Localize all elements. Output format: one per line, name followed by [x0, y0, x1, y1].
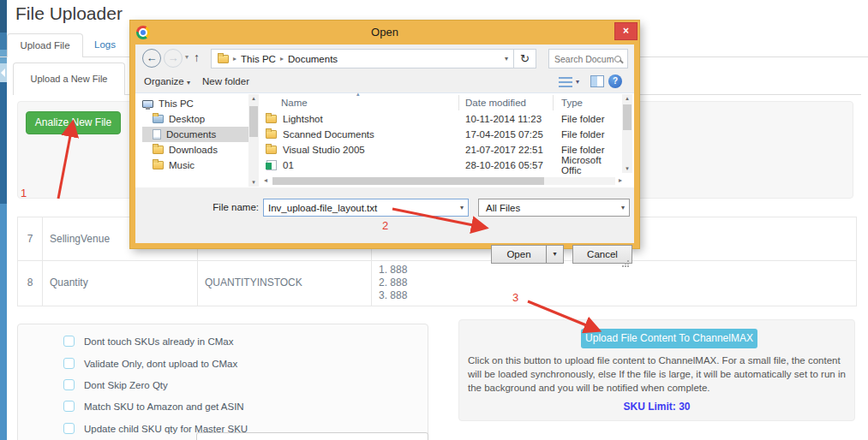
checkbox-label[interactable]: Validate Only, dont upload to CMax	[84, 359, 237, 369]
open-dialog: Open × ← → ▾ ↑ ▸ This PC ▸ Documents ▾ ↻	[130, 21, 639, 248]
refresh-button[interactable]: ↻	[513, 49, 536, 68]
scrollbar-thumb[interactable]	[623, 104, 632, 130]
sample-value: 3. 888	[379, 289, 849, 302]
open-dropdown-icon[interactable]: ▾	[547, 246, 563, 263]
list-vertical-scrollbar[interactable]: ▴ ▾	[622, 94, 632, 173]
tree-item-music[interactable]: Music	[142, 158, 259, 173]
strip-seg	[0, 204, 7, 440]
address-bar[interactable]: ▸ This PC ▸ Documents ▾	[211, 49, 514, 68]
scroll-up-icon[interactable]: ▴	[622, 94, 632, 103]
step-label-3: 3	[512, 291, 518, 304]
search-input[interactable]	[554, 54, 614, 64]
breadcrumb-documents[interactable]: Documents	[288, 54, 338, 64]
scroll-left-icon[interactable]: ◂	[264, 176, 267, 184]
tree-item-documents[interactable]: Documents	[142, 127, 259, 142]
address-dropdown-icon[interactable]: ▾	[505, 55, 508, 62]
file-name-combo[interactable]: ▾	[263, 199, 469, 217]
horizontal-scroll-thumb[interactable]	[272, 177, 544, 185]
office-file-icon	[266, 160, 277, 170]
checkbox-dont-touch-skus[interactable]	[63, 336, 75, 347]
upload-file-content-button[interactable]: Upload File Content To ChannelMAX	[581, 329, 757, 348]
forward-button[interactable]: →	[164, 49, 183, 68]
file-type: File folder	[561, 129, 605, 140]
documents-icon	[153, 129, 161, 140]
tab-logs[interactable]: Logs	[94, 39, 116, 50]
column-divider[interactable]	[458, 95, 459, 110]
resize-grip[interactable]	[627, 260, 629, 262]
file-row-lightshot[interactable]: Lightshot 10-11-2014 11:23 File folder	[264, 111, 622, 127]
checkbox-match-sku-asin[interactable]	[63, 401, 75, 412]
close-button[interactable]: ×	[614, 22, 638, 40]
checkbox-update-child-sku[interactable]	[63, 423, 75, 434]
step-label-2: 2	[382, 219, 388, 232]
checkbox-row[interactable]: Match SKU to Amazon and get ASIN	[63, 401, 244, 412]
chevron-down-icon: ▾	[187, 79, 190, 86]
bottom-text-input[interactable]	[196, 432, 428, 440]
breadcrumb-separator-icon: ▸	[233, 55, 236, 62]
change-view-icon[interactable]	[559, 77, 572, 87]
organize-menu[interactable]: Organize ▾	[144, 76, 190, 86]
file-row-scanned-documents[interactable]: Scanned Documents 17-04-2015 07:25 File …	[264, 127, 622, 142]
downloads-icon	[153, 146, 164, 154]
checkbox-validate-only[interactable]	[63, 358, 75, 369]
tree-label: Desktop	[169, 114, 205, 124]
checkbox-row[interactable]: Dont touch SKUs already in CMax	[63, 336, 234, 347]
back-button[interactable]: ←	[142, 49, 161, 68]
breadcrumb-this-pc[interactable]: This PC	[241, 54, 276, 64]
tree-label: This PC	[159, 98, 194, 109]
tab-upload-file[interactable]: Upload File	[7, 33, 83, 57]
checkbox-row[interactable]: Dont Skip Zero Qty	[63, 379, 168, 390]
new-folder-button[interactable]: New folder	[202, 76, 249, 86]
open-split-button[interactable]: Open ▾	[491, 245, 564, 264]
tree-scrollbar[interactable]: ▴ ▾	[248, 94, 259, 187]
field-samples: 1. 888 2. 888 3. 888	[371, 261, 857, 306]
file-type-combo[interactable]: All Files ▾	[478, 199, 630, 217]
file-date: 28-10-2016 05:57	[465, 160, 543, 170]
sample-value: 1. 888	[379, 264, 849, 276]
cancel-button[interactable]: Cancel	[572, 245, 632, 264]
file-date: 10-11-2014 11:23	[465, 114, 542, 124]
file-name-label: File name:	[212, 202, 259, 212]
tab-upload-a-new-file[interactable]: Upload a New File	[13, 62, 125, 95]
column-header-type[interactable]: Type	[561, 98, 583, 108]
file-name: Scanned Documents	[283, 129, 374, 140]
file-name-input[interactable]	[268, 203, 460, 213]
combo-dropdown-icon[interactable]: ▾	[621, 204, 625, 211]
file-name: Lightshot	[283, 114, 323, 124]
checkbox-label[interactable]: Match SKU to Amazon and get ASIN	[84, 401, 244, 412]
tree-item-downloads[interactable]: Downloads	[142, 142, 259, 158]
sidebar-collapse-icon[interactable]	[1, 68, 5, 77]
checkbox-label[interactable]: Dont Skip Zero Qty	[84, 380, 168, 390]
breadcrumb-separator-icon: ▸	[280, 55, 284, 62]
analyze-new-file-button[interactable]: Analize New File	[26, 111, 121, 134]
column-header-name[interactable]: Name	[281, 98, 308, 108]
scroll-right-icon[interactable]: ▸	[619, 176, 622, 184]
help-icon[interactable]: ?	[608, 74, 622, 88]
sku-limit-text: SKU Limit: 30	[459, 401, 854, 413]
file-type: File folder	[561, 145, 605, 155]
up-button[interactable]: ↑	[194, 51, 200, 64]
scroll-down-icon[interactable]: ▾	[248, 178, 259, 187]
open-button[interactable]: Open	[492, 246, 547, 263]
chevron-down-icon: ▾	[185, 53, 189, 61]
search-box[interactable]	[548, 49, 628, 68]
view-dropdown-icon[interactable]: ▾	[576, 78, 579, 86]
help-glyph: ?	[613, 76, 618, 86]
scroll-up-icon[interactable]: ▴	[248, 94, 259, 103]
scrollbar-thumb[interactable]	[249, 106, 258, 137]
column-divider[interactable]	[553, 95, 554, 110]
desktop-icon	[153, 115, 164, 123]
checkbox-label[interactable]: Dont touch SKUs already in CMax	[84, 336, 234, 347]
column-header-date[interactable]: Date modified	[465, 98, 526, 108]
folder-icon	[266, 146, 277, 154]
file-row-01[interactable]: 01 28-10-2016 05:57 Microsoft Offic	[264, 158, 622, 173]
tree-item-desktop[interactable]: Desktop	[142, 111, 259, 127]
scroll-down-icon[interactable]: ▾	[622, 164, 632, 173]
checkbox-row[interactable]: Validate Only, dont upload to CMax	[63, 358, 237, 369]
history-dropdown[interactable]: ▾	[185, 53, 189, 61]
checkbox-dont-skip-zero-qty[interactable]	[63, 379, 75, 390]
tree-item-this-pc[interactable]: This PC	[142, 96, 259, 111]
preview-pane-icon[interactable]	[590, 75, 604, 87]
combo-dropdown-icon[interactable]: ▾	[460, 204, 464, 211]
sort-ascending-icon: ▴	[356, 91, 360, 98]
